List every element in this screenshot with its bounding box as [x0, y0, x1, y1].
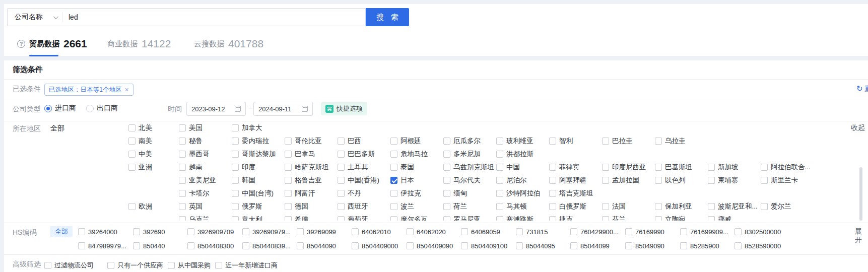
- checkbox-阿塞拜疆[interactable]: 阿塞拜疆: [549, 176, 586, 185]
- checkbox-日本[interactable]: 日本: [390, 176, 414, 185]
- checkbox-波兰[interactable]: 波兰: [390, 202, 414, 211]
- checkbox-德国[interactable]: 德国: [285, 202, 308, 211]
- checkbox-过滤物流公司[interactable]: 过滤物流公司: [44, 261, 94, 270]
- checkbox-阿根廷[interactable]: 阿根廷: [390, 137, 421, 146]
- selected-region-tag[interactable]: 已选地区：日本等1个地区 ×: [44, 84, 133, 96]
- checkbox-加拿大[interactable]: 加拿大: [232, 123, 262, 132]
- checkbox-爱尔兰[interactable]: 爱尔兰: [761, 202, 791, 211]
- checkbox-39264000[interactable]: 39264000: [78, 228, 117, 236]
- checkbox-以色列[interactable]: 以色列: [655, 176, 686, 185]
- checkbox-马尔代夫[interactable]: 马尔代夫: [443, 176, 481, 185]
- tab-贸易数据[interactable]: ?贸易数据2661: [17, 32, 87, 55]
- checkbox-厄瓜多尔[interactable]: 厄瓜多尔: [443, 137, 481, 146]
- checkbox-85044095[interactable]: 85044095: [516, 242, 555, 250]
- checkbox-中国(台湾)[interactable]: 中国(台湾): [232, 189, 274, 198]
- checkbox-波斯尼亚和...[interactable]: 波斯尼亚和...: [708, 202, 758, 211]
- checkbox-76169990[interactable]: 76169990: [625, 228, 664, 236]
- checkbox-挪威[interactable]: 挪威: [708, 215, 731, 221]
- checkbox-乌拉圭[interactable]: 乌拉圭: [655, 137, 686, 146]
- checkbox-761699909...[interactable]: 761699909...: [680, 228, 728, 236]
- checkbox-斯里兰卡[interactable]: 斯里兰卡: [761, 176, 798, 185]
- search-input[interactable]: [62, 13, 365, 21]
- checkbox-巴巴多斯[interactable]: 巴巴多斯: [338, 150, 375, 159]
- checkbox-摩尔多瓦[interactable]: 摩尔多瓦: [390, 215, 428, 221]
- checkbox-保加利亚[interactable]: 保加利亚: [655, 202, 692, 211]
- region-scrollbar-thumb[interactable]: [859, 167, 862, 221]
- checkbox-亚洲[interactable]: 亚洲: [128, 163, 152, 172]
- checkbox-塞浦路斯[interactable]: 塞浦路斯: [496, 215, 533, 221]
- checkbox-欧洲[interactable]: 欧洲: [128, 202, 152, 211]
- tab-商业数据[interactable]: 商业数据14122: [107, 32, 171, 55]
- checkbox-85049090[interactable]: 85049090: [625, 242, 664, 250]
- checkbox-不丹[interactable]: 不丹: [338, 189, 361, 198]
- checkbox-英国[interactable]: 英国: [179, 202, 203, 211]
- checkbox-只有一个供应商[interactable]: 只有一个供应商: [107, 261, 163, 270]
- checkbox-乌兹别克斯坦[interactable]: 乌兹别克斯坦: [443, 163, 494, 172]
- reset-filters-link[interactable]: ↻重置: [856, 84, 868, 94]
- checkbox-泰国[interactable]: 泰国: [390, 163, 414, 172]
- end-date-input[interactable]: 2024-09-11: [253, 102, 313, 116]
- checkbox-葡萄牙[interactable]: 葡萄牙: [338, 215, 368, 221]
- checkbox-西班牙[interactable]: 西班牙: [338, 202, 368, 211]
- checkbox-马其顿[interactable]: 马其顿: [496, 202, 527, 211]
- radio-进口商[interactable]: 进口商: [44, 104, 76, 113]
- checkbox-卡塔尔[interactable]: 卡塔尔: [179, 189, 210, 198]
- checkbox-中国[interactable]: 中国: [496, 163, 520, 172]
- tag-close-icon[interactable]: ×: [124, 86, 128, 93]
- checkbox-捷克[interactable]: 捷克: [549, 215, 573, 221]
- checkbox-850440[interactable]: 850440: [133, 242, 165, 250]
- checkbox-39269099[interactable]: 39269099: [297, 228, 336, 236]
- checkbox-85044099[interactable]: 85044099: [570, 242, 610, 250]
- checkbox-沙特阿拉伯[interactable]: 沙特阿拉伯: [496, 189, 541, 198]
- checkbox-8504409090[interactable]: 8504409090: [407, 242, 453, 250]
- checkbox-立陶宛[interactable]: 立陶宛: [655, 215, 686, 221]
- checkbox-8504409100[interactable]: 8504409100: [461, 242, 507, 250]
- checkbox-希腊[interactable]: 希腊: [285, 215, 308, 221]
- checkbox-委内瑞拉[interactable]: 委内瑞拉: [232, 137, 269, 146]
- checkbox-新加坡[interactable]: 新加坡: [708, 163, 739, 172]
- checkbox-缅甸[interactable]: 缅甸: [443, 189, 467, 198]
- checkbox-菲律宾[interactable]: 菲律宾: [549, 163, 580, 172]
- quick-options-button[interactable]: ⌘ 快捷选项: [321, 102, 367, 115]
- checkbox-北美[interactable]: 北美: [128, 123, 152, 132]
- checkbox-罗马尼亚[interactable]: 罗马尼亚: [443, 215, 481, 221]
- checkbox-危地马拉[interactable]: 危地马拉: [390, 150, 428, 159]
- checkbox-玻利维亚[interactable]: 玻利维亚: [496, 137, 533, 146]
- checkbox-俄罗斯[interactable]: 俄罗斯: [232, 202, 262, 211]
- start-date-input[interactable]: 2023-09-12: [186, 102, 246, 116]
- checkbox-印度尼西亚[interactable]: 印度尼西亚: [602, 163, 646, 172]
- checkbox-阿富汗[interactable]: 阿富汗: [285, 189, 315, 198]
- checkbox-392690979...[interactable]: 392690979...: [242, 228, 291, 236]
- checkbox-南美[interactable]: 南美: [128, 137, 152, 146]
- checkbox-乌克兰[interactable]: 乌克兰: [179, 215, 210, 221]
- checkbox-越南[interactable]: 越南: [179, 163, 203, 172]
- checkbox-850440839...[interactable]: 850440839...: [242, 242, 291, 250]
- checkbox-多米尼加[interactable]: 多米尼加: [443, 150, 481, 159]
- radio-出口商[interactable]: 出口商: [86, 104, 118, 113]
- expand-link[interactable]: 展开: [855, 227, 862, 244]
- checkbox-近一年新增进口商[interactable]: 近一年新增进口商: [215, 261, 278, 270]
- checkbox-尼泊尔[interactable]: 尼泊尔: [496, 176, 527, 185]
- checkbox-64062010[interactable]: 64062010: [352, 228, 391, 236]
- checkbox-从中国采购[interactable]: 从中国采购: [168, 261, 211, 270]
- checkbox-64062020[interactable]: 64062020: [407, 228, 446, 236]
- checkbox-孟加拉国[interactable]: 孟加拉国: [602, 176, 639, 185]
- checkbox-8302500000[interactable]: 8302500000: [735, 228, 781, 236]
- checkbox-法国[interactable]: 法国: [602, 202, 626, 211]
- checkbox-芬兰[interactable]: 芬兰: [602, 215, 626, 221]
- checkbox-巴西[interactable]: 巴西: [338, 137, 361, 146]
- checkbox-荷兰[interactable]: 荷兰: [443, 202, 467, 211]
- checkbox-格鲁吉亚[interactable]: 格鲁吉亚: [285, 176, 322, 185]
- checkbox-韩国[interactable]: 韩国: [232, 176, 255, 185]
- checkbox-伊拉克[interactable]: 伊拉克: [390, 189, 421, 198]
- checkbox-哈萨克斯坦[interactable]: 哈萨克斯坦: [285, 163, 329, 172]
- checkbox-392690[interactable]: 392690: [133, 228, 165, 236]
- search-category-select[interactable]: 公司名称: [8, 13, 62, 22]
- checkbox-智利[interactable]: 智利: [549, 137, 573, 146]
- checkbox-土耳其[interactable]: 土耳其: [338, 163, 368, 172]
- checkbox-巴拿马[interactable]: 巴拿马: [285, 150, 315, 159]
- checkbox-中国(香港)[interactable]: 中国(香港): [338, 176, 379, 185]
- checkbox-847989979...[interactable]: 847989979...: [78, 242, 126, 250]
- checkbox-85285900[interactable]: 85285900: [680, 242, 719, 250]
- checkbox-阿拉伯联合...[interactable]: 阿拉伯联合...: [761, 163, 811, 172]
